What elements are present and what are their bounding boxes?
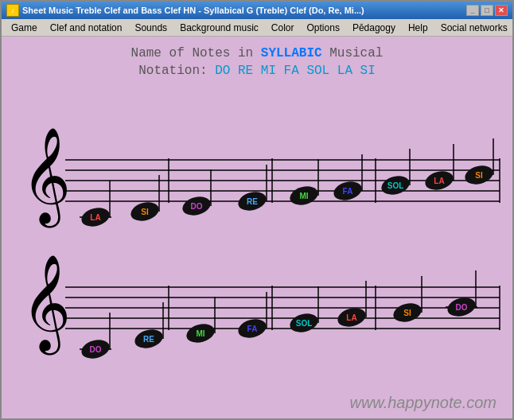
svg-text:FA: FA — [247, 325, 258, 333]
svg-text:SI: SI — [475, 171, 483, 180]
music-notation: 𝄞 LA SI DO RE MI — [10, 96, 508, 391]
svg-text:RE: RE — [143, 335, 154, 344]
app-icon: ♪ — [6, 4, 19, 17]
close-button[interactable]: ✕ — [495, 5, 508, 16]
menu-help[interactable]: Help — [402, 21, 434, 35]
svg-text:SI: SI — [403, 309, 411, 317]
maximize-button[interactable]: □ — [481, 5, 493, 16]
subtitle-text: Name of Notes in SYLLABIC Musical Notati… — [2, 37, 512, 84]
svg-text:MI: MI — [299, 192, 308, 200]
notes-sequence: DO RE MI FA SOL LA SI — [215, 64, 376, 78]
subtitle-line1: Name of Notes in SYLLABIC Musical — [18, 45, 496, 62]
subtitle-line2: Notation: DO RE MI FA SOL LA SI — [18, 62, 496, 80]
title-bar: ♪ Sheet Music Treble Clef and Bass Clef … — [2, 2, 512, 19]
website-watermark: www.happynote.com — [349, 394, 496, 412]
menu-clef[interactable]: Clef and notation — [44, 21, 129, 35]
svg-text:DO: DO — [90, 345, 102, 354]
menu-background-music[interactable]: Background music — [173, 21, 265, 35]
title-bar-left: ♪ Sheet Music Treble Clef and Bass Clef … — [6, 4, 364, 17]
minimize-button[interactable]: _ — [466, 5, 479, 16]
treble-clef-bottom: 𝄞 — [21, 255, 71, 356]
svg-text:LA: LA — [346, 313, 356, 322]
svg-text:FA: FA — [343, 187, 353, 196]
notation-prefix: Notation: — [138, 64, 215, 78]
subtitle-prefix: Name of Notes in — [131, 46, 261, 60]
svg-text:RE: RE — [247, 197, 258, 206]
treble-clef-top: 𝄞 — [21, 128, 71, 228]
menu-social[interactable]: Social networks — [434, 21, 514, 35]
svg-text:SI: SI — [141, 208, 149, 216]
menu-color[interactable]: Color — [265, 21, 301, 35]
svg-text:SOL: SOL — [387, 181, 404, 190]
svg-text:DO: DO — [456, 303, 468, 312]
window-controls: _ □ ✕ — [466, 5, 508, 16]
menu-options[interactable]: Options — [301, 21, 346, 35]
menu-sounds[interactable]: Sounds — [128, 21, 173, 35]
app-window: ♪ Sheet Music Treble Clef and Bass Clef … — [0, 0, 514, 420]
svg-text:LA: LA — [90, 213, 100, 222]
svg-text:MI: MI — [196, 329, 204, 338]
subtitle-suffix: Musical — [322, 46, 384, 60]
svg-text:SOL: SOL — [296, 319, 313, 328]
window-title: Sheet Music Treble Clef and Bass Clef HN… — [22, 6, 364, 15]
svg-text:DO: DO — [191, 202, 203, 211]
syllabic-label: SYLLABIC — [261, 46, 322, 60]
menu-bar: Game Clef and notation Sounds Background… — [2, 19, 512, 37]
content-area: Name of Notes in SYLLABIC Musical Notati… — [2, 37, 512, 418]
menu-pedagogy[interactable]: Pēdagogy — [346, 21, 402, 35]
svg-text:LA: LA — [434, 177, 444, 185]
menu-game[interactable]: Game — [5, 21, 44, 35]
